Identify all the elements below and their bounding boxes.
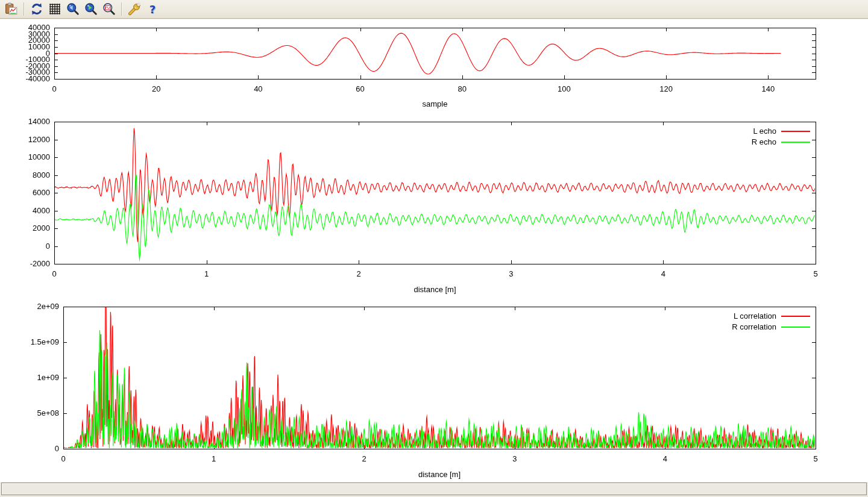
toggle-grid-button[interactable] [47, 1, 63, 17]
wrench-icon [128, 2, 141, 16]
copy-to-clipboard-button[interactable] [4, 1, 19, 17]
configure-button[interactable] [127, 1, 142, 17]
toolbar-separator [24, 2, 25, 16]
zoom-next-button[interactable] [83, 1, 99, 17]
zoom-previous-button[interactable] [65, 1, 81, 17]
grid-icon [48, 2, 61, 16]
magnifier-left-arrow-icon [66, 2, 80, 16]
status-text [2, 485, 5, 493]
plot-canvas[interactable] [0, 19, 868, 482]
plot-area: 020406080100120140-40000-30000-20000-100… [0, 19, 868, 482]
replot-button[interactable] [29, 1, 45, 17]
gnuplot-window: ? 020406080100120140-40000-30000-20000-1… [0, 0, 868, 497]
toolbar-separator [121, 2, 122, 16]
question-mark-icon: ? [149, 3, 156, 16]
help-button[interactable]: ? [145, 1, 160, 17]
magnifier-right-arrow-icon [84, 2, 98, 16]
clipboard-chart-icon [5, 2, 18, 16]
magnifier-plot-icon [102, 2, 116, 16]
status-bar [1, 483, 867, 495]
autoscale-button[interactable] [101, 1, 117, 17]
toolbar: ? [0, 0, 868, 19]
refresh-icon [30, 2, 43, 16]
